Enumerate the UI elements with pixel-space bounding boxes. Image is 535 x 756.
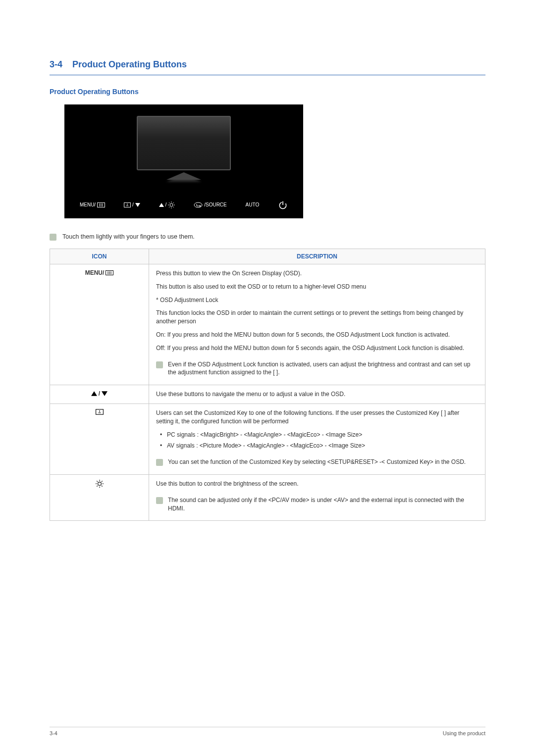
brightness-icon [96,480,104,488]
svg-line-14 [169,202,170,203]
icon-custom [50,403,149,474]
inner-note: You can set the function of the Customiz… [156,455,478,469]
note-text: Even if the OSD Adjustment Lock function… [168,360,478,377]
col-desc: DESCRIPTION [149,249,485,264]
menu-box-icon [97,202,105,207]
note-text: The sound can be adjusted only if the <P… [168,496,478,513]
custom-key-box-icon [124,202,131,207]
icon-nav: / [50,385,149,404]
section-header: 3-4Product Operating Buttons [50,59,485,75]
button-strip: MENU/ / / /SOURCE AUTO [64,191,303,218]
strip-source: /SOURCE [194,202,227,208]
top-note-text: Touch them lightly with your fingers to … [62,233,195,240]
svg-marker-27 [102,391,107,396]
text: Off: If you press and hold the MENU butt… [156,344,478,353]
svg-line-39 [102,481,103,482]
svg-point-29 [99,410,100,411]
svg-marker-7 [135,203,140,207]
note-icon [50,234,56,241]
note-text: You can set the function of the Customiz… [168,458,466,466]
note-icon [156,497,163,504]
desc-menu: Press this button to view the On Screen … [149,264,485,385]
list-item: AV signals : <Picture Mode> - <MagicAngl… [156,442,478,450]
svg-rect-6 [126,205,128,206]
strip-power [278,200,288,210]
source-label: /SOURCE [204,202,227,207]
svg-point-9 [170,203,173,206]
note-icon [156,361,163,368]
slash: / [99,390,100,397]
brightness-icon [168,202,175,208]
svg-line-37 [102,486,103,487]
svg-line-15 [173,206,174,207]
desc-custom: Users can set the Customized Key to one … [149,403,485,474]
slash: / [165,202,167,207]
svg-line-38 [97,486,98,487]
desc-nav: Use these buttons to navigate the menu o… [149,385,485,404]
strip-auto: AUTO [246,202,260,207]
slash: / [132,202,134,207]
section-number: 3-4 [50,59,62,69]
footer-right: Using the product [443,730,485,736]
table-row: / Use these buttons to navigate the menu… [50,385,485,404]
svg-line-16 [169,206,170,207]
icon-brightness [50,474,149,520]
bullet-list: PC signals : <MagicBright> - <MagicAngle… [156,431,478,451]
text: * OSD Adjustment Lock [156,296,478,304]
footer-left: 3-4 [50,730,57,736]
menu-label: MENU/ [80,202,96,207]
text: On: If you press and hold the MENU butto… [156,331,478,339]
svg-point-31 [98,482,101,486]
svg-marker-26 [91,391,97,396]
strip-up-bright: / [159,202,175,208]
down-triangle-icon [102,391,107,397]
description-table: ICON DESCRIPTION MENU/ Press this button… [50,249,485,521]
enter-icon [194,202,203,208]
custom-key-box-icon [96,409,104,415]
col-icon: ICON [50,249,149,264]
text: This button is also used to exit the OSD… [156,283,478,291]
note-icon [156,459,163,466]
icon-menu: MENU/ [50,264,149,385]
list-item: PC signals : <MagicBright> - <MagicAngle… [156,431,478,439]
up-triangle-icon [91,391,97,397]
strip-custom-down: / [124,202,140,207]
inner-note: Even if the OSD Adjustment Lock function… [156,357,478,380]
subheader: Product Operating Buttons [50,88,485,96]
svg-rect-28 [96,409,103,414]
menu-box-icon [106,270,113,275]
up-triangle-icon [159,202,164,207]
product-illustration: MENU/ / / /SOURCE AUTO [64,104,303,218]
monitor-frame [64,104,303,191]
page-footer: 3-4 Using the product [50,727,485,736]
top-note: Touch them lightly with your fingers to … [50,233,485,241]
svg-point-5 [127,203,128,204]
monitor-stand-icon [166,172,201,180]
table-row: MENU/ Press this button to view the On S… [50,264,485,385]
text: This function locks the OSD in order to … [156,309,478,326]
text: Press this button to view the On Screen … [156,269,478,278]
auto-label: AUTO [246,202,260,207]
svg-line-17 [173,202,174,203]
section-title: Product Operating Buttons [72,59,187,69]
table-row: Use this button to control the brightnes… [50,474,485,520]
inner-note: The sound can be adjusted only if the <P… [156,493,478,516]
desc-brightness: Use this button to control the brightnes… [149,474,485,520]
svg-rect-30 [98,412,101,413]
table-row: Users can set the Customized Key to one … [50,403,485,474]
svg-line-36 [97,481,98,482]
svg-rect-4 [124,202,130,207]
text: Users can set the Customized Key to one … [156,409,478,426]
monitor-screen-icon [137,116,231,170]
text: Use these buttons to navigate the menu o… [156,390,478,399]
text: Use this button to control the brightnes… [156,480,478,488]
strip-menu: MENU/ [80,202,105,207]
power-icon [278,200,288,210]
menu-icon-text: MENU/ [85,269,105,276]
down-triangle-icon [135,202,140,207]
svg-marker-8 [159,203,164,207]
svg-point-18 [194,202,202,207]
